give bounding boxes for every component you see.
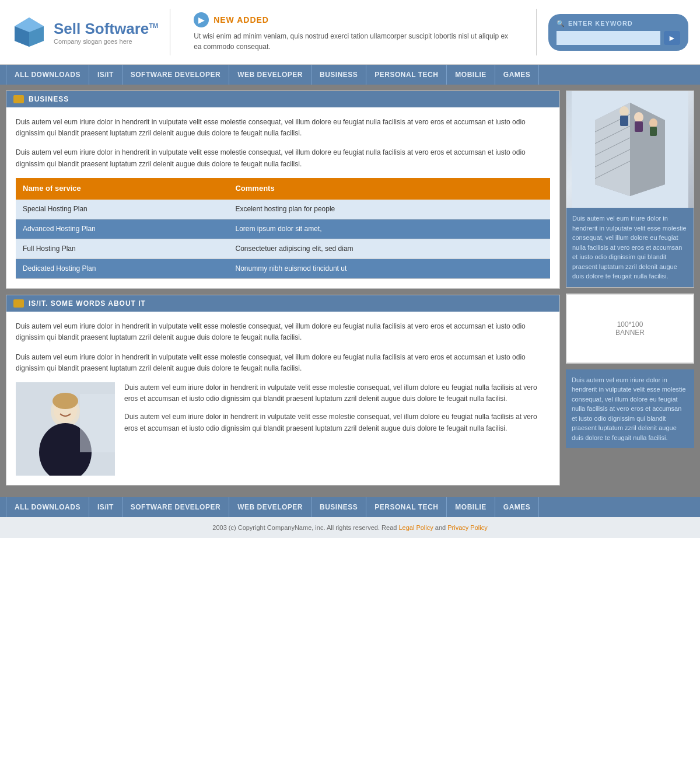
- sidebar-desc2: Duis autem vel eum iriure dolor in hendr…: [566, 369, 694, 449]
- logo-title: Sell SoftwareTM: [54, 20, 158, 38]
- nav-personal-tech[interactable]: PERSONAL TECH: [366, 65, 447, 85]
- isit-title: IS/IT. SOME WORDS ABOUT IT: [29, 299, 146, 308]
- nav-mobilie[interactable]: MOBILIE: [447, 65, 495, 85]
- isit-para1: Duis autem vel eum iriure dolor in hendr…: [16, 321, 550, 343]
- nav-all-downloads[interactable]: ALL DOWNLOADS: [6, 65, 89, 85]
- sidebar-desc1-text: Duis autem vel eum iriure dolor in hendr…: [572, 214, 688, 281]
- business-para1: Duis autem vel eum iriure dolor in hendr…: [16, 117, 550, 139]
- table-cell-name: Advanced Hosting Plan: [16, 219, 228, 239]
- search-label: 🔍 ENTER KEYWORD: [556, 20, 680, 27]
- search-icon: 🔍: [556, 20, 565, 27]
- banner-size: 100*100: [617, 320, 643, 329]
- table-cell-name: Dedicated Hosting Plan: [16, 259, 228, 279]
- sidebar: Duis autem vel eum iriure dolor in hendr…: [566, 90, 694, 491]
- logo-icon: [12, 15, 47, 50]
- footer-nav-software-developer[interactable]: SOFTWARE DEVELOPER: [123, 497, 229, 517]
- folder-icon-2: [13, 299, 24, 308]
- footer-nav-mobilie[interactable]: MOBILIE: [447, 497, 495, 517]
- isit-para2: Duis autem vel eum iriure dolor in hendr…: [16, 352, 550, 374]
- business-content: Duis autem vel eum iriure dolor in hendr…: [6, 107, 559, 288]
- footer-nav: ALL DOWNLOADS IS/IT SOFTWARE DEVELOPER W…: [0, 497, 700, 517]
- nav-web-developer[interactable]: WEB DEVELOPER: [229, 65, 312, 85]
- news-label-row: ▶ NEW ADDED: [194, 12, 513, 27]
- footer-nav-web-developer[interactable]: WEB DEVELOPER: [229, 497, 312, 517]
- news-title: NEW ADDED: [214, 15, 269, 25]
- table-row: Dedicated Hosting PlanNonummy nibh euism…: [16, 259, 550, 279]
- isit-img-para1: Duis autem vel eum iriure dolor in hendr…: [124, 382, 550, 404]
- table-row: Special Hosting PlanExcelent hosting pla…: [16, 200, 550, 219]
- svg-point-22: [634, 112, 643, 123]
- footer-nav-all-downloads[interactable]: ALL DOWNLOADS: [6, 497, 89, 517]
- footer-and-text: and: [435, 524, 447, 531]
- table-row: Advanced Hosting PlanLorem ipsum dolor s…: [16, 219, 550, 239]
- table-col2-header: Comments: [228, 178, 550, 200]
- table-cell-comment: Consectetuer adipiscing elit, sed diam: [228, 239, 550, 259]
- business-section-header: BUSINESS: [6, 91, 559, 107]
- footer-nav-isit[interactable]: IS/IT: [89, 497, 123, 517]
- header-divider: [170, 9, 170, 55]
- sidebar-image-box: Duis autem vel eum iriure dolor in hendr…: [566, 90, 694, 288]
- table-cell-name: Full Hosting Plan: [16, 239, 228, 259]
- footer-copyright: 2003 (c) Copyright CompanyName, inc. All…: [212, 524, 398, 531]
- business-section: BUSINESS Duis autem vel eum iriure dolor…: [6, 90, 560, 289]
- footer: 2003 (c) Copyright CompanyName, inc. All…: [0, 517, 700, 538]
- footer-nav-games[interactable]: GAMES: [495, 497, 540, 517]
- folder-icon: [13, 95, 24, 103]
- svg-rect-23: [635, 121, 643, 132]
- banner-box: 100*100 BANNER: [566, 294, 694, 364]
- main-layout: BUSINESS Duis autem vel eum iriure dolor…: [0, 85, 700, 497]
- svg-point-24: [649, 118, 657, 128]
- banner-label: BANNER: [615, 329, 645, 337]
- business-title: BUSINESS: [29, 95, 69, 103]
- nav-isit[interactable]: IS/IT: [89, 65, 123, 85]
- svg-point-9: [52, 393, 78, 409]
- isit-content: Duis autem vel eum iriure dolor in hendr…: [6, 312, 559, 485]
- logo-text: Sell SoftwareTM Company slogan goes here: [54, 20, 158, 45]
- table-col1-header: Name of service: [16, 178, 228, 200]
- isit-image-text: Duis autem vel eum iriure dolor in hendr…: [124, 382, 550, 476]
- isit-section: IS/IT. SOME WORDS ABOUT IT Duis autem ve…: [6, 295, 560, 486]
- table-cell-comment: Lorem ipsum dolor sit amet,: [228, 219, 550, 239]
- news-text: Ut wisi enim ad minim veniam, quis nostr…: [194, 31, 513, 52]
- nav-software-developer[interactable]: SOFTWARE DEVELOPER: [123, 65, 229, 85]
- nav-business[interactable]: BUSINESS: [312, 65, 366, 85]
- sidebar-desc2-text: Duis autem vel eum iriure dolor in hendr…: [572, 375, 688, 443]
- svg-point-20: [620, 106, 629, 117]
- isit-with-image: Duis autem vel eum iriure dolor in hendr…: [16, 382, 550, 476]
- news-arrow-icon: ▶: [194, 12, 209, 27]
- isit-img-para2: Duis autem vel eum iriure dolor in hendr…: [124, 411, 550, 434]
- logo-slogan: Company slogan goes here: [54, 38, 158, 45]
- svg-rect-25: [650, 127, 657, 136]
- table-cell-name: Special Hosting Plan: [16, 200, 228, 219]
- svg-rect-10: [80, 394, 115, 452]
- content-area: BUSINESS Duis autem vel eum iriure dolor…: [6, 90, 560, 491]
- search-input[interactable]: [556, 31, 660, 45]
- search-area: 🔍 ENTER KEYWORD ►: [548, 14, 688, 51]
- service-table: Name of service Comments Special Hosting…: [16, 178, 550, 280]
- svg-rect-21: [620, 116, 628, 126]
- top-nav: ALL DOWNLOADS IS/IT SOFTWARE DEVELOPER W…: [0, 65, 700, 85]
- business-para2: Duis autem vel eum iriure dolor in hendr…: [16, 147, 550, 169]
- footer-nav-personal-tech[interactable]: PERSONAL TECH: [366, 497, 447, 517]
- search-box: 🔍 ENTER KEYWORD ►: [548, 14, 688, 51]
- table-cell-comment: Excelent hosting plan for people: [228, 200, 550, 219]
- nav-games[interactable]: GAMES: [495, 65, 540, 85]
- isit-person-image: [16, 382, 115, 476]
- header-news: ▶ NEW ADDED Ut wisi enim ad minim veniam…: [182, 12, 524, 52]
- table-cell-comment: Nonummy nibh euismod tincidunt ut: [228, 259, 550, 279]
- isit-section-header: IS/IT. SOME WORDS ABOUT IT: [6, 295, 559, 312]
- search-row: ►: [556, 31, 680, 45]
- footer-privacy-link[interactable]: Privacy Policy: [447, 524, 487, 531]
- search-button[interactable]: ►: [664, 31, 680, 45]
- sidebar-desc1: Duis autem vel eum iriure dolor in hendr…: [566, 208, 694, 287]
- header-divider2: [536, 9, 537, 55]
- header: Sell SoftwareTM Company slogan goes here…: [0, 0, 700, 65]
- table-row: Full Hosting PlanConsectetuer adipiscing…: [16, 239, 550, 259]
- footer-legal-link[interactable]: Legal Policy: [398, 524, 433, 531]
- logo-area: Sell SoftwareTM Company slogan goes here: [12, 15, 158, 50]
- sidebar-server-image: [566, 91, 694, 208]
- footer-nav-business[interactable]: BUSINESS: [312, 497, 366, 517]
